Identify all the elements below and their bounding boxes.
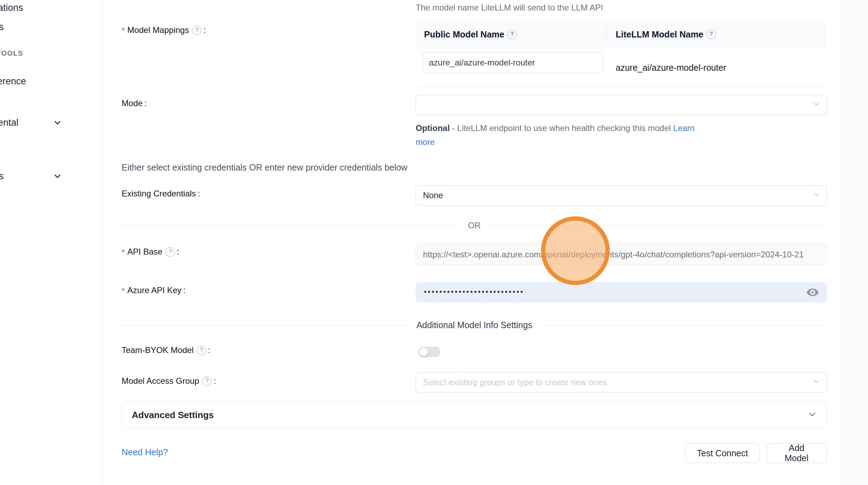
existing-credentials-label: Existing Credentials : <box>122 189 200 199</box>
help-icon[interactable]: ? <box>706 30 716 39</box>
mode-select[interactable] <box>416 95 827 115</box>
api-base-value: https://<test>.openai.azure.com/openai/d… <box>423 250 804 259</box>
table-row: azure_ai/azure-model-router <box>416 48 827 87</box>
sidebar-item-label: s <box>0 22 4 33</box>
required-asterisk: * <box>122 248 125 257</box>
or-divider-text: OR <box>459 221 490 230</box>
api-base-input[interactable]: https://<test>.openai.azure.com/openai/d… <box>416 244 827 265</box>
model-mappings-label: * Model Mappings ? : <box>122 25 206 35</box>
sidebar-item-label: s <box>0 171 4 182</box>
azure-api-key-label: * Azure API Key : <box>122 285 186 295</box>
divider-line <box>122 325 407 325</box>
mode-help-line2: more <box>416 135 695 149</box>
sidebar-item-truncated[interactable]: ental <box>0 116 19 130</box>
mode-help-line1: Optional - LiteLLM endpoint to use when … <box>416 121 695 135</box>
model-access-group-label: Model Access Group ? : <box>122 376 216 386</box>
divider-line <box>490 226 827 226</box>
learn-more-link[interactable]: Learn <box>673 123 695 133</box>
help-icon[interactable]: ? <box>507 30 517 39</box>
add-model-form: The model name LiteLLM will send to the … <box>103 0 840 485</box>
required-asterisk: * <box>122 286 125 296</box>
sidebar-item-truncated[interactable]: s <box>0 169 4 183</box>
sidebar-item-label: erence <box>0 76 26 87</box>
column-header-public-model-name: Public Model Name ? <box>424 21 517 48</box>
need-help-link[interactable]: Need Help? <box>122 447 168 457</box>
or-divider: OR <box>122 221 827 230</box>
divider-line <box>122 226 459 226</box>
advanced-settings-panel[interactable]: Advanced Settings <box>122 401 827 429</box>
help-icon[interactable]: ? <box>192 26 201 35</box>
divider-line <box>541 325 827 325</box>
additional-settings-divider: Additional Model Info Settings <box>122 320 827 330</box>
add-model-button[interactable]: Add Model <box>766 443 827 463</box>
sidebar-item-truncated[interactable]: s <box>0 20 4 34</box>
help-icon[interactable]: ? <box>197 346 206 355</box>
column-header-litellm-model-name: LiteLLM Model Name ? <box>616 21 716 48</box>
chevron-down-icon <box>813 377 820 387</box>
model-name-hint: The model name LiteLLM will send to the … <box>416 3 603 13</box>
api-base-label: * API Base ? : <box>122 247 179 257</box>
existing-credentials-value: None <box>423 190 443 200</box>
chevron-down-icon <box>53 118 62 127</box>
required-asterisk: * <box>122 26 125 36</box>
eye-icon[interactable] <box>806 286 819 299</box>
mode-label: Mode : <box>122 98 147 108</box>
team-byok-label: Team-BYOK Model ? : <box>122 345 210 355</box>
mode-help-text: Optional - LiteLLM endpoint to use when … <box>416 121 695 149</box>
model-access-group-select[interactable]: Select existing groups or type to create… <box>416 372 827 393</box>
toggle-knob <box>419 348 428 356</box>
chevron-down-icon <box>813 100 820 110</box>
sidebar-section-label: TOOLS <box>0 49 23 57</box>
sidebar-item-label: ations <box>0 2 23 13</box>
page-background <box>840 0 868 485</box>
sidebar-section-tools: TOOLS <box>0 48 23 58</box>
chevron-down-icon <box>813 190 820 200</box>
help-icon[interactable]: ? <box>165 247 175 257</box>
model-access-group-placeholder: Select existing groups or type to create… <box>423 377 607 387</box>
sidebar-item-truncated[interactable]: erence <box>0 74 26 88</box>
chevron-down-icon <box>53 172 62 180</box>
model-mappings-table: Public Model Name ? LiteLLM Model Name ?… <box>416 21 827 88</box>
test-connect-button[interactable]: Test Connect <box>685 443 759 463</box>
advanced-settings-title: Advanced Settings <box>132 410 214 421</box>
existing-credentials-select[interactable]: None <box>416 185 827 206</box>
litellm-model-name-value: azure_ai/azure-model-router <box>616 48 726 87</box>
public-model-name-input[interactable] <box>422 52 603 73</box>
masked-password-value: •••••••••••••••••••••••••• <box>424 288 524 296</box>
learn-more-link[interactable]: more <box>416 137 435 147</box>
chevron-down-icon <box>808 410 817 420</box>
azure-api-key-input[interactable]: •••••••••••••••••••••••••• <box>416 282 827 303</box>
team-byok-toggle[interactable] <box>418 347 440 357</box>
credentials-note: Either select existing credentials OR en… <box>122 162 408 173</box>
column-divider <box>607 26 607 43</box>
add-model-screen: ations s TOOLS erence ental s The model … <box>0 0 868 485</box>
help-icon[interactable]: ? <box>202 376 212 386</box>
sidebar-item-label: ental <box>0 117 19 128</box>
sidebar: ations s TOOLS erence ental s <box>0 0 103 485</box>
sidebar-item-truncated[interactable]: ations <box>0 1 23 15</box>
table-header-row: Public Model Name ? LiteLLM Model Name ? <box>416 21 827 48</box>
additional-settings-divider-text: Additional Model Info Settings <box>407 320 541 330</box>
